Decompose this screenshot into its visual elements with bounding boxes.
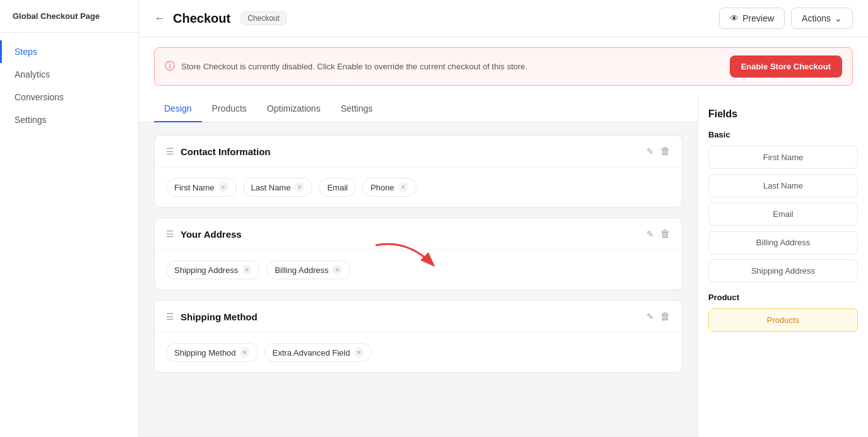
fields-product-section: Product Products: [708, 293, 858, 332]
drag-handle-icon: ☰: [166, 146, 174, 156]
tabs-area: Design Products Optimizations Settings ☰…: [139, 96, 698, 437]
section-contact-information-header: ☰ Contact Information ✎ 🗑: [155, 136, 682, 168]
checkout-badge: Checkout: [241, 11, 287, 25]
field-option-last-name[interactable]: Last Name: [708, 174, 858, 197]
field-tag-extra-advanced-field-label: Extra Advanced Field: [273, 348, 350, 358]
header: ← Checkout Checkout 👁 Preview Actions ⌄: [139, 0, 868, 37]
remove-first-name-button[interactable]: ×: [218, 182, 229, 192]
field-tag-first-name-label: First Name: [174, 183, 215, 192]
field-option-shipping-address[interactable]: Shipping Address: [708, 259, 858, 283]
section-shipping-method: ☰ Shipping Method ✎ 🗑 Shipping Method ×: [154, 300, 682, 373]
sidebar-item-conversions[interactable]: Conversions: [0, 86, 138, 108]
page-title: Checkout: [173, 11, 230, 26]
sidebar-item-settings[interactable]: Settings: [0, 108, 138, 131]
section-contact-information-title: Contact Information: [181, 146, 638, 157]
delete-your-address-icon[interactable]: 🗑: [660, 228, 670, 240]
edit-your-address-icon[interactable]: ✎: [646, 229, 654, 239]
field-tag-shipping-address-label: Shipping Address: [174, 265, 238, 275]
field-option-billing-address[interactable]: Billing Address: [708, 231, 858, 254]
field-option-email[interactable]: Email: [708, 202, 858, 226]
field-tag-billing-address-label: Billing Address: [275, 265, 328, 275]
section-your-address-title: Your Address: [181, 229, 638, 240]
remove-phone-button[interactable]: ×: [398, 182, 408, 192]
field-tag-phone: Phone ×: [362, 178, 417, 197]
sidebar-nav: Steps Analytics Conversions Settings: [0, 33, 138, 139]
tab-settings[interactable]: Settings: [331, 96, 383, 122]
section-your-address-body: Shipping Address × Billing Address ×: [155, 250, 682, 289]
field-tag-email: Email: [319, 178, 356, 197]
section-contact-information: ☰ Contact Information ✎ 🗑 First Name ×: [154, 135, 682, 207]
sections-panel: ☰ Contact Information ✎ 🗑 First Name ×: [139, 122, 698, 437]
section-contact-information-body: First Name × Last Name × Email: [155, 168, 682, 207]
chevron-down-icon: ⌄: [835, 13, 842, 23]
back-button[interactable]: ←: [154, 12, 165, 25]
field-tag-first-name: First Name ×: [166, 178, 237, 197]
tab-design[interactable]: Design: [154, 96, 202, 122]
edit-shipping-method-icon[interactable]: ✎: [646, 312, 654, 322]
field-tag-extra-advanced-field: Extra Advanced Field ×: [265, 343, 372, 362]
tabs-nav: Design Products Optimizations Settings: [139, 96, 698, 122]
eye-icon: 👁: [730, 13, 739, 23]
section-shipping-method-body: Shipping Method × Extra Advanced Field ×: [155, 333, 682, 372]
alert-text: Store Checkout is currently disabled. Cl…: [181, 62, 723, 71]
remove-shipping-address-button[interactable]: ×: [242, 265, 252, 275]
content-area: Design Products Optimizations Settings ☰…: [139, 96, 868, 437]
sidebar: Global Checkout Page Steps Analytics Con…: [0, 0, 139, 437]
field-tag-email-label: Email: [327, 183, 348, 192]
preview-label: Preview: [742, 13, 774, 23]
remove-shipping-method-button[interactable]: ×: [240, 347, 250, 358]
section-shipping-method-header: ☰ Shipping Method ✎ 🗑: [155, 301, 682, 333]
red-arrow-annotation: [369, 239, 445, 277]
actions-label: Actions: [802, 13, 831, 23]
tab-products[interactable]: Products: [202, 96, 257, 122]
remove-billing-address-button[interactable]: ×: [332, 265, 342, 275]
edit-contact-information-icon[interactable]: ✎: [646, 146, 654, 156]
remove-extra-advanced-field-button[interactable]: ×: [354, 347, 364, 358]
field-tag-last-name-label: Last Name: [251, 183, 291, 192]
field-option-first-name[interactable]: First Name: [708, 146, 858, 169]
drag-handle-icon: ☰: [166, 312, 174, 322]
tab-optimizations[interactable]: Optimizations: [257, 96, 331, 122]
drag-handle-icon: ☰: [166, 229, 174, 239]
actions-button[interactable]: Actions ⌄: [791, 8, 853, 29]
fields-basic-title: Basic: [708, 130, 858, 139]
sidebar-item-analytics[interactable]: Analytics: [0, 63, 138, 86]
section-your-address: ☰ Your Address ✎ 🗑: [154, 218, 682, 290]
field-tag-shipping-method: Shipping Method ×: [166, 343, 258, 362]
fields-product-title: Product: [708, 293, 858, 302]
delete-shipping-method-icon[interactable]: 🗑: [660, 311, 670, 322]
enable-store-checkout-button[interactable]: Enable Store Checkout: [730, 55, 842, 78]
field-tag-shipping-method-label: Shipping Method: [174, 348, 236, 358]
alert-banner: ⓘ Store Checkout is currently disabled. …: [154, 47, 853, 86]
delete-contact-information-icon[interactable]: 🗑: [660, 146, 670, 157]
fields-panel-title: Fields: [708, 108, 858, 120]
header-actions: 👁 Preview Actions ⌄: [719, 8, 853, 29]
field-tag-shipping-address: Shipping Address ×: [166, 260, 260, 279]
main-content: ← Checkout Checkout 👁 Preview Actions ⌄ …: [139, 0, 868, 437]
remove-last-name-button[interactable]: ×: [294, 182, 304, 192]
preview-button[interactable]: 👁 Preview: [719, 8, 785, 29]
field-tag-last-name: Last Name ×: [243, 178, 313, 197]
section-shipping-method-title: Shipping Method: [181, 312, 638, 322]
alert-icon: ⓘ: [165, 60, 175, 73]
field-tag-phone-label: Phone: [371, 183, 395, 192]
sidebar-item-steps[interactable]: Steps: [0, 40, 138, 63]
field-option-products[interactable]: Products: [708, 308, 858, 332]
sidebar-logo: Global Checkout Page: [0, 0, 138, 33]
fields-panel: Fields Basic First Name Last Name Email …: [698, 96, 868, 437]
field-tag-billing-address: Billing Address ×: [266, 260, 350, 279]
